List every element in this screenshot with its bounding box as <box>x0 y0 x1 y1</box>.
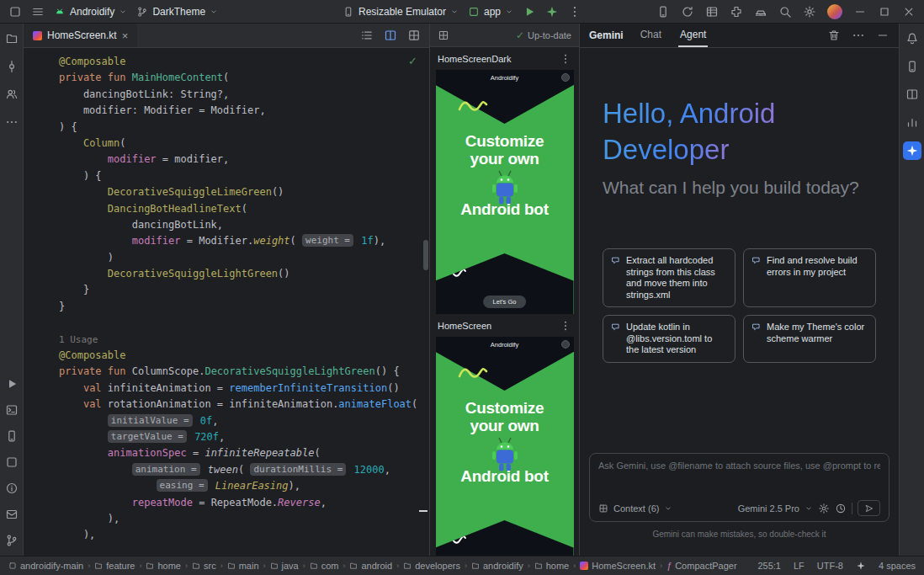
more-icon[interactable] <box>852 29 865 42</box>
more-icon[interactable] <box>3 114 20 130</box>
breadcrumb-item[interactable]: src <box>192 561 216 571</box>
delete-icon[interactable] <box>827 29 841 42</box>
breadcrumb-item[interactable]: androidify-main <box>8 561 83 571</box>
code-line[interactable]: DecorativeSquiggleLightGreen() <box>59 266 429 282</box>
compose-preview-phone-light[interactable]: Androidify Customizeyour own Android <box>436 337 574 556</box>
tab-chat[interactable]: Chat <box>639 24 663 47</box>
breadcrumb-item[interactable]: com <box>310 561 339 571</box>
code-line[interactable]: } <box>59 282 429 298</box>
preview-more-icon[interactable] <box>560 53 571 65</box>
breadcrumb-item[interactable]: ƒCompactPager <box>666 561 737 571</box>
profiler-icon[interactable] <box>681 5 694 19</box>
project-selector[interactable]: Androidify <box>54 6 127 18</box>
device-selector[interactable]: Resizable Emulator <box>343 6 459 18</box>
layout-inspector-icon[interactable] <box>904 86 921 103</box>
code-line[interactable]: private fun MainHomeContent( <box>59 70 429 86</box>
lets-go-button[interactable]: Let’s Go <box>483 295 527 308</box>
file-encoding[interactable]: UTF-8 <box>817 561 843 571</box>
settings-icon[interactable] <box>803 5 816 19</box>
avatar[interactable] <box>827 4 842 19</box>
breadcrumb-item[interactable]: HomeScreen.kt <box>580 561 656 571</box>
history-icon[interactable] <box>835 503 847 514</box>
inspections-ok-icon[interactable]: ✓ <box>408 55 417 67</box>
line-separator[interactable]: LF <box>794 561 805 571</box>
project-icon[interactable] <box>3 30 20 47</box>
terminal-icon[interactable] <box>3 402 20 418</box>
compose-preview-phone-dark[interactable]: Androidify Customizeyour own Android <box>436 70 574 314</box>
code-line[interactable]: modifier = Modifier.weight( weight = 1f)… <box>59 233 429 249</box>
code-line[interactable]: modifier: Modifier = Modifier, <box>59 103 429 119</box>
search-icon[interactable] <box>778 5 792 19</box>
problems-icon[interactable] <box>3 480 20 497</box>
indent-style[interactable]: 4 spaces <box>879 561 916 571</box>
code-line[interactable]: private fun ColumnScope.DecorativeSquigg… <box>59 364 429 380</box>
code-editor[interactable]: @Composableprivate fun MainHomeContent( … <box>24 48 429 556</box>
code-line[interactable]: ) { <box>59 120 429 136</box>
apply-changes-icon[interactable] <box>545 5 559 19</box>
preview-view-mode-icon[interactable] <box>438 29 449 41</box>
notifications-mail-icon[interactable] <box>3 506 20 523</box>
code-line[interactable]: val infiniteAnimation = rememberInfinite… <box>59 381 429 397</box>
breadcrumb-item[interactable]: home <box>146 561 181 571</box>
code-line[interactable]: repeatMode = RepeatMode.Reverse, <box>59 495 429 511</box>
suggestion-card[interactable]: Update kotlin in @libs.version.toml to t… <box>603 315 735 363</box>
code-line[interactable]: ) <box>59 250 429 266</box>
plugins-icon[interactable] <box>730 5 743 19</box>
device-streaming-icon[interactable] <box>754 5 767 19</box>
run-button[interactable] <box>523 5 536 19</box>
breadcrumb-item[interactable]: developers <box>403 561 460 571</box>
code-line[interactable]: val rotationAnimation = infiniteAnimatio… <box>59 397 429 413</box>
suggestion-card[interactable]: Extract all hardcoded strings from this … <box>603 248 735 307</box>
gemini-icon[interactable] <box>903 141 921 160</box>
close-button[interactable] <box>902 5 916 19</box>
devices-icon[interactable] <box>3 428 20 445</box>
minimize-button[interactable] <box>853 5 867 19</box>
split-preview-icon[interactable] <box>384 29 397 42</box>
branch-selector[interactable]: DarkTheme <box>136 6 218 18</box>
logcat-icon[interactable] <box>705 5 719 19</box>
notifications-icon[interactable] <box>904 30 921 47</box>
code-line[interactable]: DecorativeSquiggleLimeGreen() <box>59 184 429 200</box>
code-line[interactable]: 1 Usage <box>59 332 429 348</box>
run-icon[interactable] <box>3 375 20 392</box>
breadcrumb-item[interactable]: androidify <box>471 561 523 571</box>
code-line[interactable]: } <box>59 299 429 315</box>
model-selector[interactable]: Gemini 2.5 Pro <box>738 503 799 514</box>
send-button[interactable] <box>858 500 880 516</box>
tab-agent[interactable]: Agent <box>678 24 708 47</box>
code-line[interactable]: modifier = modifier, <box>59 152 429 168</box>
code-line[interactable]: animation = tween( durationMillis = 1200… <box>59 462 429 478</box>
hide-icon[interactable] <box>876 29 889 42</box>
code-line[interactable]: ), <box>59 527 429 543</box>
editor-scrollbar[interactable] <box>423 240 428 270</box>
breadcrumb-item[interactable]: feature <box>94 561 135 571</box>
running-devices-icon[interactable] <box>904 58 921 75</box>
breadcrumb-item[interactable]: home <box>534 561 570 571</box>
code-line[interactable] <box>59 315 429 331</box>
gemini-settings-icon[interactable] <box>818 503 830 514</box>
more-actions-icon[interactable] <box>568 5 581 19</box>
code-line[interactable]: DancingBotHeadlineText( <box>59 201 429 217</box>
device-mirror-icon[interactable] <box>656 5 670 19</box>
breadcrumb-item[interactable]: main <box>227 561 259 571</box>
build-icon[interactable] <box>3 454 20 471</box>
maximize-button[interactable] <box>878 5 891 19</box>
code-line[interactable]: targetValue = 720f, <box>59 429 429 445</box>
code-line[interactable]: ), <box>59 511 429 527</box>
suggestion-card[interactable]: Find and resolve build errors in my proj… <box>743 248 876 307</box>
commit-icon[interactable] <box>3 58 20 75</box>
insights-icon[interactable] <box>904 114 921 130</box>
breadcrumb-item[interactable]: java <box>270 561 299 571</box>
code-line[interactable]: animationSpec = infiniteRepeatable( <box>59 445 429 461</box>
caret-position[interactable]: 255:1 <box>757 561 781 571</box>
gemini-input[interactable]: Ask Gemini, use @filename to attach sour… <box>589 453 889 522</box>
more-lines-icon[interactable] <box>360 29 374 42</box>
preview-more-icon[interactable] <box>560 320 571 332</box>
tab-homescreen-kt[interactable]: HomeScreen.kt × <box>24 24 137 47</box>
code-line[interactable]: @Composable <box>59 54 429 70</box>
run-config-selector[interactable]: app <box>468 6 513 18</box>
ai-status-icon[interactable] <box>856 561 866 571</box>
breadcrumb-item[interactable]: android <box>349 561 392 571</box>
structure-icon[interactable] <box>3 86 20 103</box>
main-menu-icon[interactable] <box>31 5 45 19</box>
